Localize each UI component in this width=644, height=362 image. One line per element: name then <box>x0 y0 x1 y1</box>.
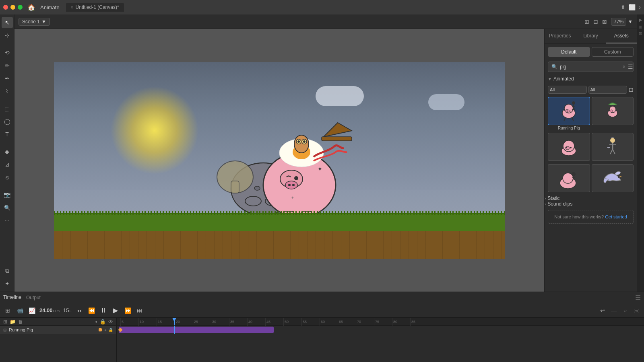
layer-row-running-pig[interactable]: ⊟ Running Pig ● 🔒 <box>0 326 116 334</box>
category-filter[interactable]: All <box>548 86 587 94</box>
list-item[interactable]: Running Pig <box>548 97 590 131</box>
add-folder-btn[interactable]: 📁 <box>10 319 16 325</box>
pen-tool[interactable]: ✒ <box>2 73 13 84</box>
motion-tool[interactable]: ⧉ <box>2 265 13 276</box>
scene-characters: ✦ + <box>195 101 364 215</box>
play-btn[interactable]: ▶ <box>111 306 120 315</box>
canvas-viewport[interactable]: ✦ + <box>14 29 544 292</box>
svg-line-50 <box>610 149 613 154</box>
asset-thumb-6[interactable] <box>592 164 634 192</box>
grass <box>54 213 505 231</box>
search-input[interactable] <box>560 64 620 70</box>
expand-button[interactable]: ⬜ <box>629 4 636 10</box>
layer-visibility-icon[interactable]: ● <box>104 328 107 332</box>
share-button[interactable]: ⬆ <box>621 4 625 10</box>
transform-tool[interactable]: ⊹ <box>2 30 13 41</box>
far-right-btn-2[interactable]: ⊞ <box>638 25 643 29</box>
list-item[interactable] <box>592 97 634 131</box>
track-area[interactable] <box>117 326 644 334</box>
subcategory-filter[interactable]: All <box>588 86 627 94</box>
asset-thumb-1[interactable] <box>548 97 590 125</box>
output-tab[interactable]: Output <box>26 294 41 301</box>
add-layer-btn[interactable]: ⊞ <box>3 319 7 325</box>
rotate-tool[interactable]: ⟲ <box>2 47 13 58</box>
grid-icon[interactable]: ⊟ <box>593 19 598 25</box>
eyedropper-tool[interactable]: ⊿ <box>2 159 13 170</box>
ruler-mark-40: 40 <box>247 318 265 326</box>
oval-tool[interactable]: ◯ <box>2 116 13 127</box>
ruler-icon[interactable]: ⊠ <box>602 19 607 25</box>
tab-properties[interactable]: Properties <box>545 29 575 43</box>
list-item[interactable] <box>592 133 634 162</box>
pencil-tool[interactable]: ✏ <box>2 60 13 71</box>
animated-section-header[interactable]: ▼ Animated <box>545 74 637 84</box>
layer-options-btn[interactable]: ● <box>95 320 97 324</box>
lock-btn[interactable]: 🔒 <box>100 319 106 325</box>
stop-btn[interactable]: ⏸ <box>99 306 108 315</box>
layer-lock-icon[interactable]: 🔒 <box>108 328 113 332</box>
camera-ctrl-btn[interactable]: 📹 <box>15 306 24 315</box>
timeline-tab[interactable]: Timeline <box>3 294 21 301</box>
zoom-out-btn[interactable]: — <box>609 306 618 315</box>
graph-btn[interactable]: 📈 <box>27 306 36 315</box>
camera-tool[interactable]: 📷 <box>2 189 13 200</box>
scene-selector[interactable]: Scene 1 ▼ <box>19 18 50 26</box>
ruler-mark-35: 35 <box>229 318 247 326</box>
eraser-tool[interactable]: ⎋ <box>2 172 13 183</box>
get-started-link[interactable]: Get started <box>605 214 627 219</box>
asset-thumb-3[interactable] <box>548 133 590 161</box>
next-frame-btn[interactable]: ⏩ <box>123 306 132 315</box>
prev-frame-btn[interactable]: ⏪ <box>87 306 96 315</box>
asset-thumb-5[interactable] <box>548 164 590 192</box>
minimize-button[interactable] <box>10 5 15 10</box>
ruler-mark-55: 55 <box>301 318 320 326</box>
undo-btn[interactable]: ↩ <box>598 306 607 315</box>
far-right-btn-1[interactable]: ▶ <box>638 18 643 22</box>
tab-assets[interactable]: Assets <box>606 29 637 43</box>
far-right-btn-3[interactable]: ⊟ <box>638 32 643 35</box>
sound-clips-section-header[interactable]: › Sound clips <box>545 201 637 207</box>
sun-glow <box>110 86 199 175</box>
fullscreen-button[interactable] <box>18 5 23 10</box>
list-item[interactable] <box>548 164 590 194</box>
zoom-select[interactable]: 77% <box>611 18 626 26</box>
select-tool[interactable]: ↖ <box>2 17 13 28</box>
brush-tool[interactable]: ⌇ <box>2 86 13 97</box>
visibility-btn[interactable]: 👁 <box>108 319 113 325</box>
jump-start-btn[interactable]: ⏮ <box>75 306 84 315</box>
default-tab-btn[interactable]: Default <box>548 47 590 57</box>
list-item[interactable] <box>548 133 590 162</box>
search-clear-icon[interactable]: × <box>623 64 625 70</box>
view-toggle-btn[interactable]: ☰ <box>628 64 633 70</box>
filter-icon[interactable]: ⊡ <box>629 86 634 93</box>
more-tools[interactable]: ··· <box>2 215 13 226</box>
document-tab[interactable]: × Untitled-1 (Canvas)* <box>66 3 124 12</box>
jump-end-btn[interactable]: ⏭ <box>135 306 144 315</box>
far-right-panel: ▶ ⊞ ⊟ <box>637 14 644 292</box>
bone-tool[interactable]: ✦ <box>2 278 13 289</box>
custom-tab-btn[interactable]: Custom <box>592 47 634 57</box>
delete-layer-btn[interactable]: 🗑 <box>18 319 23 325</box>
close-button[interactable] <box>3 5 8 10</box>
static-section-header[interactable]: › Static <box>545 195 637 201</box>
asset-thumb-4[interactable] <box>592 133 634 161</box>
snapping-icon[interactable]: ⊞ <box>584 19 589 25</box>
text-tool[interactable]: T <box>2 129 13 140</box>
timeline-menu-icon[interactable]: ☰ <box>635 294 641 301</box>
zoom-tool[interactable]: 🔍 <box>2 202 13 213</box>
zoom-in-btn[interactable]: ⩙ <box>632 306 641 315</box>
playhead[interactable] <box>174 318 175 325</box>
more-button[interactable]: › <box>639 4 641 10</box>
timeline-frames[interactable]: 5 10 15 20 25 30 35 40 45 50 55 60 65 70… <box>117 318 644 362</box>
static-chevron-icon: › <box>545 196 546 201</box>
layers-btn[interactable]: ⊞ <box>3 306 12 315</box>
zoom-slider[interactable]: ○ <box>621 306 630 315</box>
tab-library[interactable]: Library <box>575 29 606 43</box>
paint-tool[interactable]: ◆ <box>2 146 13 157</box>
list-item[interactable] <box>592 164 634 194</box>
rectangle-tool[interactable]: ⬚ <box>2 103 13 114</box>
svg-point-18 <box>297 140 300 143</box>
asset-thumb-2[interactable] <box>592 97 634 125</box>
track-bar[interactable] <box>119 327 274 333</box>
tab-close-icon[interactable]: × <box>71 5 73 10</box>
